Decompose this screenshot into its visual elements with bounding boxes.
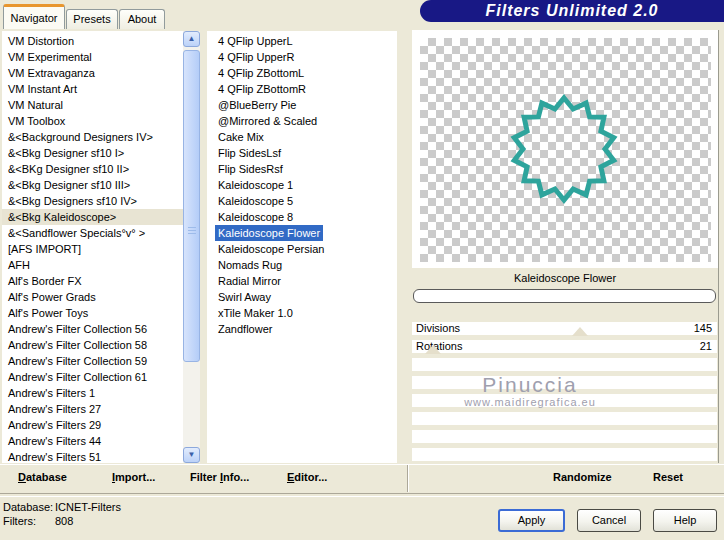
filter-item[interactable]: Swirl Away: [215, 289, 274, 305]
status-filters-value: 808: [55, 515, 73, 527]
category-item[interactable]: [AFS IMPORT]: [2, 241, 183, 257]
category-item[interactable]: &<Bkg Designer sf10 I>: [2, 145, 183, 161]
category-item[interactable]: &<Background Designers IV>: [2, 129, 183, 145]
toolbar: [0, 464, 724, 494]
scrollbar-thumb[interactable]: [183, 50, 200, 362]
slider-row-empty: [412, 376, 717, 389]
filter-item[interactable]: Zandflower: [215, 321, 275, 337]
filter-item[interactable]: @BlueBerry Pie: [215, 97, 299, 113]
filter-item[interactable]: @Mirrored & Scaled: [215, 113, 320, 129]
filter-item[interactable]: Kaleidoscope Flower: [215, 225, 323, 241]
category-item[interactable]: Andrew's Filter Collection 59: [2, 353, 183, 369]
category-item[interactable]: VM Natural: [2, 97, 183, 113]
reset-button[interactable]: Reset: [653, 471, 683, 483]
filter-item[interactable]: Kaleidoscope 8: [215, 209, 296, 225]
category-item[interactable]: &<Sandflower Specials°v° >: [2, 225, 183, 241]
filter-item[interactable]: Radial Mirror: [215, 273, 284, 289]
toolbar-divider: [407, 465, 409, 492]
tab-about[interactable]: About: [119, 9, 165, 29]
status-database-label: Database:: [3, 501, 53, 513]
scroll-down-button[interactable]: ▼: [183, 447, 200, 463]
slider-row-empty: [412, 358, 717, 371]
filter-item[interactable]: 4 QFlip UpperR: [215, 49, 297, 65]
tab-presets[interactable]: Presets: [66, 9, 118, 29]
category-item[interactable]: Andrew's Filters 44: [2, 433, 183, 449]
category-item[interactable]: Andrew's Filters 27: [2, 401, 183, 417]
preview-canvas[interactable]: [412, 30, 718, 268]
progress-bar: [413, 289, 716, 303]
category-item[interactable]: &<Bkg Kaleidoscope>: [2, 209, 183, 225]
database-button[interactable]: Database: [18, 471, 67, 483]
filter-list: 4 QFlip UpperL4 QFlip UpperR4 QFlip ZBot…: [207, 31, 397, 463]
app-title: Filters Unlimited 2.0: [485, 2, 658, 20]
filter-item[interactable]: 4 QFlip UpperL: [215, 33, 296, 49]
category-item[interactable]: Andrew's Filters 29: [2, 417, 183, 433]
app-title-banner: Filters Unlimited 2.0: [420, 0, 724, 22]
filter-item[interactable]: Kaleidoscope 1: [215, 177, 296, 193]
category-item[interactable]: VM Instant Art: [2, 81, 183, 97]
selected-filter-title: Kaleidoscope Flower: [412, 268, 718, 288]
category-item[interactable]: Alf's Power Grads: [2, 289, 183, 305]
category-item[interactable]: Andrew's Filters 51: [2, 449, 183, 463]
filter-info-button[interactable]: Filter Info...: [190, 471, 249, 483]
filter-item[interactable]: Flip SidesRsf: [215, 161, 286, 177]
arrow-down-icon: ▼: [188, 451, 196, 459]
filter-item[interactable]: 4 QFlip ZBottomR: [215, 81, 309, 97]
slider-row-empty: [412, 412, 717, 425]
filter-item[interactable]: xTile Maker 1.0: [215, 305, 296, 321]
slider-label: Divisions: [416, 322, 460, 335]
category-item[interactable]: Alf's Power Toys: [2, 305, 183, 321]
status-database-value: ICNET-Filters: [55, 501, 121, 513]
filter-item[interactable]: Cake Mix: [215, 129, 267, 145]
category-item[interactable]: &<Bkg Designer sf10 III>: [2, 177, 183, 193]
scroll-up-button[interactable]: ▲: [183, 31, 200, 47]
tab-navigator[interactable]: Navigator: [3, 4, 65, 29]
category-item[interactable]: AFH: [2, 257, 183, 273]
filter-item[interactable]: Flip SidesLsf: [215, 145, 284, 161]
category-item[interactable]: VM Experimental: [2, 49, 183, 65]
slider-row-empty: [412, 448, 717, 461]
slider-row-empty: [412, 430, 717, 443]
category-item[interactable]: VM Toolbox: [2, 113, 183, 129]
slider-thumb[interactable]: [572, 327, 588, 336]
slider-divisions[interactable]: Divisions 145: [412, 322, 717, 335]
slider-thumb[interactable]: [425, 345, 441, 354]
editor-button[interactable]: Editor...: [287, 471, 327, 483]
category-item[interactable]: Alf's Border FX: [2, 273, 183, 289]
randomize-button[interactable]: Randomize: [553, 471, 612, 483]
category-item[interactable]: VM Extravaganza: [2, 65, 183, 81]
category-item[interactable]: Andrew's Filter Collection 61: [2, 369, 183, 385]
arrow-up-icon: ▲: [188, 35, 196, 43]
status-filters-label: Filters:: [3, 515, 36, 527]
slider-value: 21: [700, 340, 712, 353]
filter-item[interactable]: Kaleidoscope 5: [215, 193, 296, 209]
transparency-checkerboard: [420, 38, 711, 262]
category-item[interactable]: Andrew's Filter Collection 58: [2, 337, 183, 353]
toolbar-separator: [0, 493, 724, 497]
category-list: VM DistortionVM ExperimentalVM Extravaga…: [2, 31, 200, 463]
slider-value: 145: [694, 322, 712, 335]
filter-item[interactable]: Nomads Rug: [215, 257, 285, 273]
kaleidoscope-shape: [420, 38, 711, 262]
help-button[interactable]: Help: [653, 509, 717, 532]
slider-rotations[interactable]: Rotations 21: [412, 340, 717, 353]
import-button[interactable]: Import...: [112, 471, 155, 483]
thumb-grip-icon: [188, 227, 196, 235]
category-item[interactable]: VM Distortion: [2, 33, 183, 49]
category-item[interactable]: &<Bkg Designers sf10 IV>: [2, 193, 183, 209]
slider-row-empty: [412, 394, 717, 407]
category-item[interactable]: &<BKg Designer sf10 II>: [2, 161, 183, 177]
cancel-button[interactable]: Cancel: [577, 509, 641, 532]
filters-unlimited-dialog: Filters Unlimited 2.0 Navigator Presets …: [0, 0, 724, 540]
apply-button[interactable]: Apply: [498, 509, 565, 532]
category-item[interactable]: Andrew's Filters 1: [2, 385, 183, 401]
panel-divider: [718, 30, 719, 463]
category-scrollbar[interactable]: ▲ ▼: [183, 31, 200, 463]
filter-item[interactable]: Kaleidoscope Persian: [215, 241, 327, 257]
filter-item[interactable]: 4 QFlip ZBottomL: [215, 65, 307, 81]
category-item[interactable]: Andrew's Filter Collection 56: [2, 321, 183, 337]
